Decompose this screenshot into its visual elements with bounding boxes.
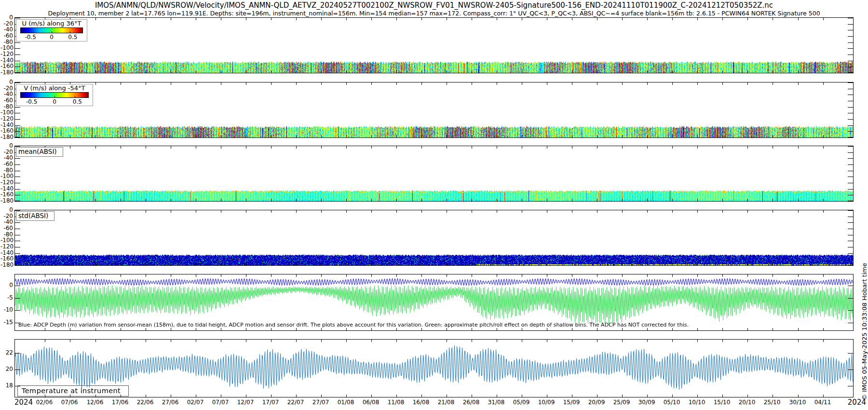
x-tick-mark	[447, 70, 447, 73]
x-tick-mark	[622, 82, 623, 85]
x-tick-mark	[421, 70, 422, 73]
y-tick-mark	[15, 183, 20, 183]
x-tick-mark	[271, 274, 271, 277]
x-tick-mark	[196, 210, 196, 213]
y-tick-mark	[15, 55, 20, 55]
x-tick-mark	[121, 70, 121, 73]
x-tick-mark	[95, 340, 96, 342]
x-tick-mark	[472, 263, 472, 265]
x-tick-mark	[672, 82, 673, 85]
x-tick-mark	[121, 210, 121, 213]
x-tick-label: 16/08	[409, 399, 433, 406]
x-tick-mark	[497, 18, 497, 20]
x-tick-mark	[171, 18, 171, 20]
y-tick-mark	[848, 24, 853, 25]
x-tick-mark	[95, 82, 96, 85]
x-tick-mark	[547, 263, 547, 265]
x-tick-mark	[296, 146, 297, 149]
x-tick-mark	[572, 146, 572, 149]
x-tick-label: 20/09	[584, 399, 609, 406]
x-tick-mark	[396, 18, 397, 20]
x-tick-mark	[246, 135, 246, 137]
y-tick-mark	[848, 183, 853, 183]
x-tick-mark	[447, 274, 447, 277]
u-colorbar-ticks: -0.5 0 0.5	[16, 33, 87, 41]
x-tick-mark	[622, 210, 623, 213]
y-tick-mark	[848, 101, 853, 101]
std-absi-label: std(ABSI)	[16, 211, 54, 221]
colorbar-tick-mark	[34, 96, 35, 97]
x-tick-mark	[346, 199, 347, 201]
x-tick-mark	[171, 210, 171, 213]
x-tick-mark	[647, 263, 648, 265]
x-tick-mark	[421, 210, 422, 213]
panel-v-canvas	[15, 82, 853, 137]
x-tick-mark	[547, 328, 547, 330]
x-tick-mark	[472, 146, 472, 149]
x-tick-mark	[45, 340, 45, 342]
y-tick-mark	[15, 158, 20, 159]
y-tick-mark	[848, 95, 853, 95]
x-tick-label: 27/06	[158, 399, 182, 406]
x-tick-mark	[196, 199, 196, 201]
x-tick-mark	[146, 146, 146, 149]
x-tick-mark	[271, 263, 271, 265]
x-tick-mark	[321, 70, 322, 73]
x-tick-mark	[597, 274, 597, 277]
x-tick-mark	[371, 274, 372, 277]
y-tick-mark	[848, 158, 853, 159]
figure-title: IMOS/ANMN/QLD/NWSROW/Velocity/IMOS_ANMN-…	[0, 1, 868, 10]
y-tick-mark	[15, 229, 20, 229]
x-tick-mark	[421, 328, 422, 330]
x-tick-mark	[371, 199, 372, 201]
x-tick-mark	[472, 210, 472, 213]
x-tick-mark	[522, 82, 522, 85]
y-tick-label: -180	[0, 69, 13, 76]
x-tick-mark	[798, 199, 799, 201]
x-tick-mark	[371, 210, 372, 213]
x-tick-mark	[697, 328, 698, 330]
x-tick-mark	[371, 82, 372, 85]
y-tick-mark	[848, 113, 853, 113]
x-tick-mark	[396, 274, 397, 277]
x-tick-mark	[221, 340, 221, 342]
y-tick-mark	[848, 89, 853, 89]
v-colorbar-legend: V (m/s) along -54°T -0.5 0 0.5	[16, 84, 93, 106]
x-tick-mark	[597, 70, 597, 73]
x-tick-mark	[121, 135, 121, 137]
x-tick-mark	[95, 146, 96, 149]
x-tick-mark	[95, 135, 96, 137]
x-tick-mark	[572, 210, 572, 213]
x-tick-mark	[45, 70, 45, 73]
y-tick-mark	[848, 30, 853, 30]
y-tick-mark	[848, 171, 853, 171]
x-tick-mark	[246, 395, 246, 397]
x-tick-label: 15/10	[710, 399, 734, 406]
x-tick-mark	[246, 263, 246, 265]
x-tick-mark	[522, 70, 522, 73]
x-tick-mark	[246, 18, 246, 20]
panel-temperature: Temperature at instrument 222018	[14, 339, 854, 397]
x-tick-mark	[672, 70, 673, 73]
x-tick-mark	[773, 199, 773, 201]
y-tick-mark	[15, 72, 20, 73]
x-tick-mark	[346, 146, 347, 149]
x-tick-label: 30/10	[786, 399, 810, 406]
x-tick-mark	[547, 210, 547, 213]
x-tick-mark	[522, 199, 522, 201]
x-tick-mark	[522, 146, 522, 149]
x-tick-mark	[497, 199, 497, 201]
x-tick-mark	[321, 146, 322, 149]
x-tick-mark	[171, 340, 171, 342]
y-tick-mark	[15, 353, 20, 354]
x-tick-mark	[522, 328, 522, 330]
x-tick-mark	[572, 199, 572, 201]
x-tick-mark	[597, 199, 597, 201]
x-tick-mark	[221, 210, 221, 213]
x-tick-mark	[246, 340, 246, 342]
x-tick-mark	[146, 210, 146, 213]
x-tick-mark	[823, 210, 824, 213]
y-tick-mark	[15, 189, 20, 190]
x-tick-mark	[396, 146, 397, 149]
y-tick-label: -15	[0, 319, 13, 326]
